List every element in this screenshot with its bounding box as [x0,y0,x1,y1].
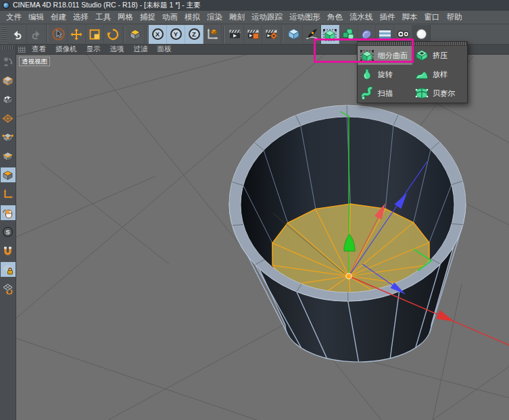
render-picture-icon [246,27,260,41]
menu-item-edit[interactable]: 编辑 [25,11,47,24]
lock-workplane-button[interactable] [1,262,16,277]
menu-item-animate[interactable]: 动画 [159,11,181,24]
spline-pen-button[interactable] [303,25,321,44]
polygons-mode-icon [2,169,14,181]
menu-item-character[interactable]: 角色 [324,11,346,24]
primitive-cube-icon [287,27,301,41]
popup-item-label: 放样 [433,70,447,80]
subdivision-surface-icon [322,27,337,42]
popup-item-loft[interactable]: 放样 [412,65,467,84]
workplane-mode-button[interactable] [1,111,16,126]
z-axis-label: Z [189,28,200,40]
popup-item-extrude[interactable]: 挤压 [412,46,467,65]
menu-item-simulate[interactable]: 模拟 [181,11,203,24]
popup-item-label: 细分曲面 [378,51,408,61]
render-settings-button[interactable] [262,25,281,44]
axis-mode-button[interactable] [1,186,16,201]
render-view-button[interactable] [226,25,244,44]
workplane-mode-icon [2,113,14,124]
popup-item-sweep[interactable]: 扫描 [358,84,412,103]
deformer-icon [360,27,374,41]
menu-item-create[interactable]: 创建 [47,11,70,24]
menu-item-motion-tracker[interactable]: 运动跟踪 [248,11,286,24]
texture-mode-button[interactable] [1,92,16,107]
polygons-mode-button[interactable] [1,167,16,182]
gizmo-center[interactable] [346,273,352,279]
tweak-mode-button[interactable] [1,205,16,220]
popup-item-lathe[interactable]: 旋转 [358,65,412,84]
viewport-menu-panel[interactable]: 面板 [154,45,178,54]
move-tool-button[interactable] [68,25,86,44]
undo-button[interactable] [9,25,27,44]
redo-button[interactable] [27,25,45,44]
snapping-toggle-button[interactable] [1,243,16,258]
scale-tool-button[interactable] [86,25,104,44]
popup-item-subdivision-surface[interactable]: 细分曲面 [358,46,412,65]
x-axis-label: X [152,28,164,40]
viewport-menu-view[interactable]: 查看 [28,45,52,54]
last-tool-button[interactable] [126,25,145,44]
model-mode-button[interactable] [1,73,16,88]
workplane-align-button[interactable] [1,281,16,296]
menu-item-help[interactable]: 帮助 [443,11,466,24]
view-label[interactable]: 透视视图 [19,57,50,66]
live-selection-icon [51,27,66,41]
viewport-menu-filter[interactable]: 过滤 [130,45,154,54]
cinema4d-window: CINEMA 4D R18.011 Studio (RC - R18) - [未… [0,0,509,420]
workplane-lock-icon [2,264,14,275]
menu-item-mesh[interactable]: 网格 [114,11,137,24]
edges-mode-button[interactable] [1,149,16,163]
snap-settings-button[interactable]: S [1,224,16,239]
modeling-objects-icon [341,27,356,41]
menu-item-sculpt[interactable]: 雕刻 [226,11,248,24]
perspective-viewport[interactable]: 透视视图 [16,55,509,420]
popup-item-label: 贝赛尔 [433,88,455,99]
axis-mode-icon [2,188,14,200]
viewport-menu-grip-icon[interactable] [18,47,26,53]
coordinate-system-button[interactable] [203,25,222,44]
popup-item-label: 挤压 [433,51,447,61]
menu-item-snap[interactable]: 捕捉 [137,11,159,24]
viewport-menu-display[interactable]: 显示 [83,45,107,54]
modeling-objects-button[interactable] [339,25,358,44]
viewport-menu-cameras[interactable]: 摄像机 [52,45,83,54]
y-axis-lock-button[interactable]: Y [167,25,185,44]
undo-icon [11,28,24,41]
left-tool-palette: S [0,45,16,420]
app-icon [3,2,9,9]
menu-item-script[interactable]: 脚本 [399,11,421,24]
points-mode-button[interactable] [1,130,16,145]
scale-icon [88,28,101,41]
add-primitive-button[interactable] [285,25,303,44]
model-mode-icon [2,75,14,86]
y-axis-label: Y [170,28,182,40]
live-selection-button[interactable] [49,25,68,44]
menu-item-mograph[interactable]: 运动图形 [286,11,324,24]
z-axis-lock-button[interactable]: Z [185,25,203,44]
x-axis-lock-button[interactable]: X [149,25,167,44]
extrude-icon [414,48,429,63]
render-to-picture-viewer-button[interactable] [244,25,262,44]
rotate-icon [106,28,120,41]
viewport-menu-options[interactable]: 选项 [107,45,130,54]
menu-item-render[interactable]: 渲染 [203,11,226,24]
menu-bar: 文件 编辑 创建 选择 工具 网格 捕捉 动画 模拟 渲染 雕刻 运动跟踪 运动… [0,11,509,24]
make-editable-button[interactable] [1,54,16,69]
cube-top-icon [128,28,142,41]
toolbar-grip[interactable] [1,26,7,43]
menu-item-window[interactable]: 窗口 [421,11,443,24]
menu-item-select[interactable]: 选择 [70,11,92,24]
x-axis-arrow[interactable] [436,310,454,321]
palette-grip[interactable] [2,46,14,49]
render-view-icon [228,27,242,41]
generator-popup: 细分曲面 挤压 旋转 放样 扫描 贝赛尔 [357,41,468,103]
render-settings-icon [264,27,278,41]
subdivision-surface-generators-button[interactable] [321,25,339,44]
menu-item-pipeline[interactable]: 流水线 [346,11,377,24]
rotate-tool-button[interactable] [104,25,122,44]
popup-item-bezier[interactable]: 贝赛尔 [412,84,467,103]
menu-item-plugins[interactable]: 插件 [377,11,399,24]
menu-item-file[interactable]: 文件 [3,11,25,24]
coordinate-system-icon [205,28,219,41]
menu-item-tools[interactable]: 工具 [92,11,114,24]
